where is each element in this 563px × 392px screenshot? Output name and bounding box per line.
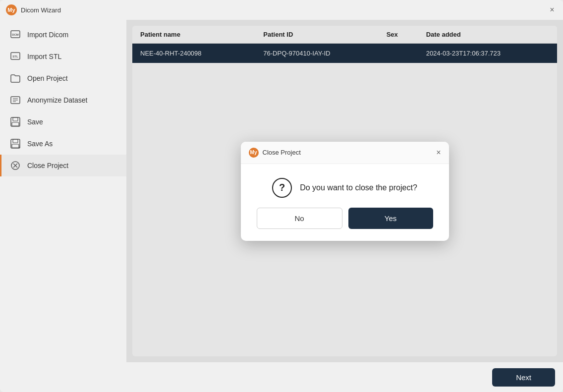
close-project-modal: My Close Project × ? Do you want to clos… xyxy=(241,142,449,241)
save-icon xyxy=(9,116,21,128)
app-logo: My xyxy=(6,4,17,15)
sidebar-label-open-project: Open Project xyxy=(27,74,68,82)
svg-rect-9 xyxy=(13,117,18,121)
sidebar-label-save-as: Save As xyxy=(27,140,53,148)
svg-rect-13 xyxy=(12,144,19,148)
title-bar: My Dicom Wizard × xyxy=(0,0,563,20)
sidebar-item-close-project[interactable]: Close Project xyxy=(0,155,126,176)
svg-text:STL: STL xyxy=(12,55,18,58)
sidebar-item-save-as[interactable]: + Save As xyxy=(0,133,126,155)
modal-title: Close Project xyxy=(263,149,301,156)
sidebar-label-import-stl: Import STL xyxy=(27,53,61,60)
modal-overlay: My Close Project × ? Do you want to clos… xyxy=(126,20,563,362)
sidebar: DCM Import Dicom STL Import STL xyxy=(0,20,126,362)
next-button[interactable]: Next xyxy=(492,368,555,387)
sidebar-item-anonymize-dataset[interactable]: Anonymize Dataset xyxy=(0,89,126,111)
modal-close-button[interactable]: × xyxy=(436,148,441,157)
sidebar-label-anonymize-dataset: Anonymize Dataset xyxy=(27,96,87,104)
close-window-button[interactable]: × xyxy=(547,5,557,15)
save-as-icon: + xyxy=(9,138,21,150)
sidebar-label-import-dicom: Import Dicom xyxy=(27,31,68,39)
modal-buttons: No Yes xyxy=(257,208,433,229)
app-window: My Dicom Wizard × DCM Import Dicom xyxy=(0,0,563,392)
modal-yes-button[interactable]: Yes xyxy=(348,208,433,229)
modal-message-text: Do you want to close the project? xyxy=(300,183,417,192)
anonymize-icon xyxy=(9,94,21,106)
modal-titlebar-left: My Close Project xyxy=(249,148,301,158)
svg-rect-8 xyxy=(11,117,20,126)
app-title: Dicom Wizard xyxy=(21,6,61,14)
stl-icon: STL xyxy=(9,51,21,62)
sidebar-item-import-dicom[interactable]: DCM Import Dicom xyxy=(0,24,126,46)
bottom-bar: Next xyxy=(0,362,563,392)
modal-titlebar: My Close Project × xyxy=(241,142,449,164)
close-project-icon xyxy=(9,160,21,171)
main-content: DCM Import Dicom STL Import STL xyxy=(0,20,563,362)
svg-rect-12 xyxy=(13,139,18,143)
modal-message-row: ? Do you want to close the project? xyxy=(272,178,417,198)
svg-text:DCM: DCM xyxy=(12,33,19,36)
svg-text:+: + xyxy=(18,146,20,149)
content-area: Patient name Patient ID Sex Date added N… xyxy=(126,20,563,362)
title-bar-left: My Dicom Wizard xyxy=(6,4,61,15)
folder-icon xyxy=(9,72,21,84)
question-icon: ? xyxy=(272,178,292,198)
svg-rect-10 xyxy=(12,122,19,126)
modal-no-button[interactable]: No xyxy=(257,208,342,229)
sidebar-item-save[interactable]: Save xyxy=(0,111,126,133)
sidebar-label-save: Save xyxy=(27,118,43,126)
sidebar-label-close-project: Close Project xyxy=(27,162,68,169)
sidebar-item-open-project[interactable]: Open Project xyxy=(0,67,126,89)
modal-body: ? Do you want to close the project? No Y… xyxy=(241,164,449,241)
modal-logo: My xyxy=(249,148,259,158)
sidebar-item-import-stl[interactable]: STL Import STL xyxy=(0,46,126,67)
dicom-icon: DCM xyxy=(9,29,21,41)
